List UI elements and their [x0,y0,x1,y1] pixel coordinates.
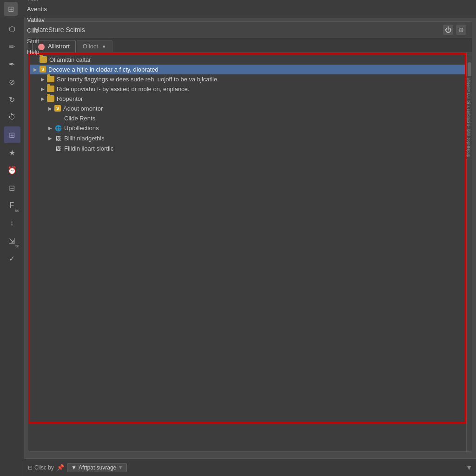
clock-tool[interactable]: ⏱ [4,109,20,126]
star-tool[interactable]: ★ [4,144,20,161]
menu-items: FileDieaCommitTiistAventtsVatilavCillsSt… [22,0,53,57]
zoom-tool-badge: 20 [15,244,20,248]
tree-item-8[interactable]: ▶🖼Billit nladgethis [28,133,466,144]
menu-item-vatilav[interactable]: Vatilav [22,14,53,25]
pen-tool-icon: ✒ [9,60,15,69]
tree-item-label-4: Riopentor [57,95,83,102]
power-button[interactable]: ⏻ [443,25,453,35]
node-tool[interactable]: ↕ [4,215,20,231]
menu-item-help[interactable]: Help [22,46,53,57]
tree-item-label-9: Filldin lioart slortlic [64,145,113,152]
menu-item-cills[interactable]: Cills [22,25,53,36]
s-badge-1: S [40,66,46,73]
sort-dropdown-label: Afrtpat suvrage [79,464,116,471]
tab-olioct[interactable]: Olioct ▼ [77,40,112,52]
tree-item-label-0: Ollamittin caltar [49,56,91,63]
history-tool-icon: ⏰ [7,166,17,175]
sort-dropdown[interactable]: ▼ Afrtpat suvrage ▼ [67,463,127,472]
tree-arrow-2: ▶ [40,76,46,82]
transform-tool[interactable]: F90 [4,197,20,214]
tree-arrow-8: ▶ [47,135,53,142]
bottom-right-arrow[interactable]: ▼ [466,464,472,471]
filter-pin-icon: 📌 [57,464,64,471]
menu-bar: ⊞ FileDieaCommitTiistAventtsVatilavCills… [0,0,476,18]
tree-item-label-3: Ride upoviahu f- by assited dr mole on, … [57,86,189,93]
folder-icon-0 [40,56,47,63]
tree-item-label-6: Clide Rents [64,115,95,122]
tree-arrow-1: ▶ [32,66,39,73]
eraser-tool[interactable]: ⊘ [4,73,20,90]
star-tool-icon: ★ [9,148,15,157]
panel-container: MateSture Scimis ⏻ ⊕ Allistrort Olioct ▼ [28,21,472,452]
tree-item-label-5: Adout omontor [63,105,103,112]
vertical-text: //lleenF Lui loi .userblaci s- lolol Jop… [465,76,472,159]
draw-tool[interactable]: ✏ [4,38,20,55]
rotate-tool-icon: ↻ [9,95,15,104]
add-button[interactable]: ⊕ [456,25,466,35]
tree-item-label-8: Billit nladgethis [64,135,105,142]
zoom-tool[interactable]: ⇲20 [4,232,20,249]
folder-icon-3 [47,86,54,92]
tree-arrow-7: ▶ [47,125,53,132]
panel-title-bar: MateSture Scimis ⏻ ⊕ [28,22,472,38]
transform-tool-badge: 90 [15,209,20,213]
tree-item-6[interactable]: Clide Rents [28,113,466,123]
tree-item-9[interactable]: 🖼Filldin lioart slortlic [28,144,466,154]
node-tool-icon: ↕ [10,219,14,227]
layers-tool[interactable]: ⊞ [4,126,20,143]
tree-item-2[interactable]: ▶Sor tantty flagyings w dees sude reh, u… [28,74,466,84]
sort-dropdown-icon: ▼ [71,464,77,471]
history-tool[interactable]: ⏰ [4,162,20,178]
tree-arrow-3: ▶ [40,86,46,92]
tree-item-label-7: Up/ollections [64,125,99,132]
tree-spacer-6 [47,115,53,121]
check-tool-icon: ✓ [9,254,15,263]
draw-tool-icon: ✏ [9,42,15,51]
pen-tool[interactable]: ✒ [4,56,20,73]
main-layout: ⬡✏✒⊘↻⏱⊞★⏰⊟F90↕⇲20✓ MateSture Scimis ⏻ ⊕ … [0,18,476,476]
grid-tool-icon: ⊟ [9,184,15,192]
s-badge-5: S [54,105,61,112]
filter-label: Cilsc by [34,464,54,471]
sort-dropdown-arrow: ▼ [118,465,123,470]
check-tool[interactable]: ✓ [4,250,20,267]
folder-icon-4 [47,95,54,102]
tree-item-4[interactable]: ▶Riopentor [28,94,466,104]
tree-area: Ollamittin caltar▶SDecowe a hjtle in clo… [28,53,472,451]
tree-item-3[interactable]: ▶Ride upoviahu f- by assited dr mole on,… [28,84,466,94]
menu-item-tiist[interactable]: Tiist [22,0,53,4]
tree-item-label-1: Decowe a hjtle in clodar a f cty, dlobra… [48,66,159,73]
folder-icon-2 [47,76,54,82]
filter-icon: ⊟ [28,464,33,471]
select-tool-icon: ⬡ [9,25,15,33]
content-area: MateSture Scimis ⏻ ⊕ Allistrort Olioct ▼ [24,18,476,476]
tree-item-7[interactable]: ▶🌐Up/ollections [28,123,466,133]
rotate-tool[interactable]: ↻ [4,91,20,108]
tree-item-5[interactable]: ▶SAdout omontor [28,104,466,113]
app-icon: ⊞ [4,2,18,16]
tree-spacer-0 [32,56,39,63]
tree-arrow-5: ▶ [47,105,53,112]
grid-tool[interactable]: ⊟ [4,179,20,196]
menu-item-aventts[interactable]: Aventts [22,4,53,14]
tab-dropdown-icon: ▼ [102,44,106,49]
tree-content: Ollamittin caltar▶SDecowe a hjtle in clo… [28,53,466,451]
tab-bar: Allistrort Olioct ▼ [28,38,472,53]
transform-tool-icon: F [10,201,14,210]
tree-item-0[interactable]: Ollamittin caltar [28,55,466,65]
layers-tool-icon: ⊞ [9,131,15,139]
left-toolbar: ⬡✏✒⊘↻⏱⊞★⏰⊟F90↕⇲20✓ [0,18,24,476]
globe-icon-7: 🌐 [54,125,62,132]
menu-item-stuit[interactable]: Stuit [22,36,53,46]
select-tool[interactable]: ⬡ [4,20,20,37]
panel-controls: ⏻ ⊕ [443,25,466,35]
tree-item-1[interactable]: ▶SDecowe a hjtle in clodar a f cty, dlob… [28,65,466,74]
tree-arrow-4: ▶ [40,95,46,102]
clock-tool-icon: ⏱ [8,113,16,121]
tree-spacer-9 [47,145,53,152]
eraser-tool-icon: ⊘ [9,78,15,86]
zoom-tool-icon: ⇲ [9,237,15,245]
bottom-bar: ⊟ Cilsc by 📌 ▼ Afrtpat suvrage ▼ ▼ [24,458,476,476]
tree-item-label-2: Sor tantty flagyings w dees sude reh, uo… [57,76,219,83]
filter-icon-area: ⊟ Cilsc by [28,464,54,471]
